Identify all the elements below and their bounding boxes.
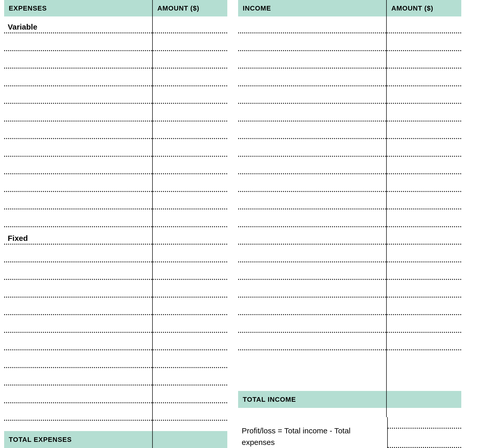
fixed-section-label: Fixed — [8, 234, 28, 243]
income-amount-row[interactable] — [387, 86, 461, 104]
expense-amount-row[interactable] — [153, 192, 227, 210]
income-row[interactable] — [238, 157, 386, 175]
income-row[interactable] — [238, 262, 386, 280]
total-expenses-label: TOTAL EXPENSES — [4, 431, 153, 448]
income-row[interactable] — [238, 280, 386, 298]
income-row[interactable] — [238, 122, 386, 139]
expense-amount-row[interactable] — [153, 333, 227, 351]
expense-row[interactable] — [4, 86, 152, 104]
income-row[interactable] — [238, 69, 386, 86]
expense-amount-row[interactable] — [153, 245, 227, 262]
expenses-amounts-col — [153, 16, 227, 431]
profit-loss-amount-upper[interactable] — [388, 417, 461, 429]
income-row[interactable] — [238, 209, 386, 227]
expense-amount-row[interactable] — [153, 104, 227, 122]
expense-amount-row[interactable] — [153, 174, 227, 192]
profit-loss-formula: Profit/loss = Total income - Total expen… — [238, 417, 388, 448]
expense-amount-row[interactable] — [153, 280, 227, 298]
income-row[interactable] — [238, 227, 386, 245]
expense-row[interactable] — [4, 139, 152, 157]
income-header: INCOME AMOUNT ($) — [238, 0, 461, 16]
expense-amount-row[interactable] — [153, 368, 227, 386]
expense-amount-row[interactable] — [153, 157, 227, 175]
expense-row[interactable] — [4, 333, 152, 351]
income-amount-row[interactable] — [387, 104, 461, 122]
expense-row[interactable] — [4, 33, 152, 51]
expense-row[interactable] — [4, 403, 152, 421]
expense-row[interactable] — [4, 157, 152, 175]
total-expenses-amount[interactable] — [153, 431, 227, 448]
income-amount-row[interactable] — [387, 122, 461, 139]
income-row[interactable] — [238, 86, 386, 104]
expense-row[interactable] — [4, 104, 152, 122]
income-row[interactable] — [238, 16, 386, 33]
income-row[interactable] — [238, 315, 386, 333]
variable-section-label: Variable — [8, 23, 37, 31]
expense-row[interactable] — [4, 192, 152, 210]
expense-amount-row[interactable] — [153, 139, 227, 157]
income-amount-row[interactable] — [387, 174, 461, 192]
expense-amount-row[interactable] — [153, 33, 227, 51]
expense-row[interactable] — [4, 315, 152, 333]
income-row[interactable] — [238, 139, 386, 157]
income-amount-row[interactable] — [387, 16, 461, 33]
expense-row[interactable] — [4, 298, 152, 315]
income-row[interactable] — [238, 298, 386, 315]
expenses-names-col: Variable Fixed — [4, 16, 153, 431]
expense-amount-row[interactable] — [153, 403, 227, 421]
expense-row[interactable] — [4, 51, 152, 69]
income-row[interactable] — [238, 33, 386, 51]
expense-row[interactable]: Fixed — [4, 227, 152, 245]
income-amount-row[interactable] — [387, 333, 461, 351]
income-amount-row[interactable] — [387, 157, 461, 175]
income-row[interactable] — [238, 245, 386, 262]
income-amount-row[interactable] — [387, 315, 461, 333]
expense-amount-row[interactable] — [153, 227, 227, 245]
income-amount-row[interactable] — [387, 298, 461, 315]
expense-row[interactable] — [4, 245, 152, 262]
profit-loss-amount-lower[interactable] — [388, 429, 461, 448]
income-amount-row[interactable] — [387, 262, 461, 280]
expense-amount-row[interactable] — [153, 209, 227, 227]
income-amount-row[interactable] — [387, 280, 461, 298]
expense-row[interactable] — [4, 209, 152, 227]
income-amount-row[interactable] — [387, 227, 461, 245]
expense-amount-row[interactable] — [153, 86, 227, 104]
expense-row[interactable] — [4, 350, 152, 368]
total-income-amount[interactable] — [387, 391, 461, 408]
expense-row[interactable] — [4, 174, 152, 192]
income-amount-row[interactable] — [387, 33, 461, 51]
expense-amount-row[interactable] — [153, 386, 227, 403]
expense-amount-row[interactable] — [153, 262, 227, 280]
income-amount-row[interactable] — [387, 209, 461, 227]
income-amount-row[interactable] — [387, 69, 461, 86]
income-row[interactable] — [238, 104, 386, 122]
expense-row[interactable] — [4, 262, 152, 280]
income-amount-row[interactable] — [387, 245, 461, 262]
income-amount-label: AMOUNT ($) — [387, 0, 461, 16]
total-expenses-row: TOTAL EXPENSES — [4, 431, 227, 448]
income-row[interactable] — [238, 333, 386, 351]
expense-row[interactable]: Variable — [4, 16, 152, 33]
budget-worksheet: EXPENSES AMOUNT ($) Variable Fixed — [0, 0, 478, 448]
expense-row[interactable] — [4, 368, 152, 386]
income-amount-row[interactable] — [387, 51, 461, 69]
expense-row[interactable] — [4, 69, 152, 86]
expense-amount-row[interactable] — [153, 51, 227, 69]
total-income-label: TOTAL INCOME — [238, 391, 387, 408]
income-row[interactable] — [238, 192, 386, 210]
expense-amount-row[interactable] — [153, 122, 227, 139]
expense-amount-row[interactable] — [153, 315, 227, 333]
expense-row[interactable] — [4, 122, 152, 139]
income-row[interactable] — [238, 51, 386, 69]
income-row[interactable] — [238, 174, 386, 192]
income-amounts-col — [387, 16, 461, 391]
income-amount-row[interactable] — [387, 192, 461, 210]
expense-amount-row[interactable] — [153, 350, 227, 368]
expense-amount-row[interactable] — [153, 16, 227, 33]
expense-amount-row[interactable] — [153, 69, 227, 86]
expense-amount-row[interactable] — [153, 298, 227, 315]
expense-row[interactable] — [4, 280, 152, 298]
income-amount-row[interactable] — [387, 139, 461, 157]
expense-row[interactable] — [4, 386, 152, 403]
